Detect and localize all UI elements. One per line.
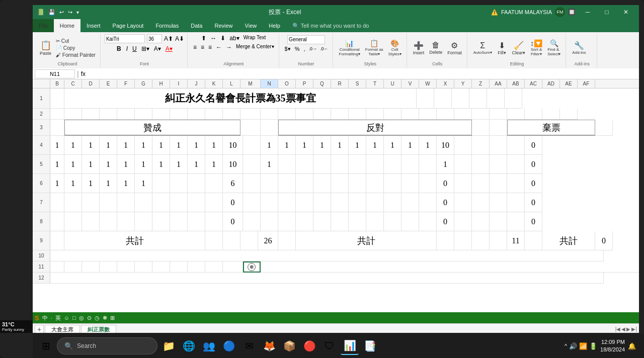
cell-h5[interactable]: 1: [152, 155, 170, 174]
cell-n8[interactable]: [243, 212, 261, 231]
cell-aa2[interactable]: [490, 109, 507, 120]
cell-o7[interactable]: [261, 193, 278, 212]
sogou-btn-en[interactable]: 英: [55, 314, 61, 322]
quick-access-undo[interactable]: ↩: [59, 9, 64, 16]
currency-button[interactable]: $▾: [283, 45, 292, 53]
cell-m9-26[interactable]: 26: [258, 231, 278, 250]
cell-m7-0[interactable]: 0: [223, 193, 243, 212]
tray-battery[interactable]: 🔋: [589, 342, 597, 350]
cell-r6[interactable]: [313, 174, 331, 193]
minimize-button[interactable]: ─: [579, 5, 597, 19]
tab-home[interactable]: Home: [54, 19, 80, 32]
taskbar-edge2[interactable]: 🦊: [260, 337, 278, 355]
cell-u9[interactable]: [472, 231, 490, 250]
cell-t7[interactable]: [349, 193, 366, 212]
cell-aa7[interactable]: [472, 193, 490, 212]
cell-x5[interactable]: [419, 155, 437, 174]
cell-ad2[interactable]: [542, 109, 560, 120]
cell-d11[interactable]: [82, 261, 100, 273]
cell-b9[interactable]: [50, 231, 64, 250]
row10-empty[interactable]: [50, 250, 604, 261]
cell-y9-11[interactable]: 11: [507, 231, 525, 250]
cell-n9[interactable]: [278, 231, 296, 250]
cell-r4-1[interactable]: 1: [313, 136, 331, 155]
cell-f6[interactable]: 1: [117, 174, 135, 193]
cell-l2[interactable]: [223, 109, 240, 120]
cell-o4-1[interactable]: 1: [261, 136, 278, 155]
cell-e4-1[interactable]: 1: [100, 136, 117, 155]
cell-g8[interactable]: [135, 212, 152, 231]
cell-i2[interactable]: [170, 109, 188, 120]
tray-expand[interactable]: ^: [565, 343, 567, 349]
decrease-indent[interactable]: ←: [214, 43, 223, 51]
copy-button[interactable]: 📄 Copy: [54, 45, 97, 51]
align-center[interactable]: ≡: [199, 43, 206, 51]
merge-center-button[interactable]: Merge & Center▾: [234, 43, 276, 51]
cell-ac4[interactable]: [507, 136, 525, 155]
cell-z5[interactable]: [454, 155, 472, 174]
cell-h7[interactable]: [152, 193, 170, 212]
cell-i9[interactable]: [205, 231, 223, 250]
cell-y2[interactable]: [454, 109, 472, 120]
cell-r2[interactable]: [331, 109, 349, 120]
search-bar[interactable]: 🔍 Search: [57, 337, 157, 354]
cell-ad9-0[interactable]: 0: [595, 231, 613, 250]
cell-d4-1[interactable]: 1: [82, 136, 100, 155]
cell-z3[interactable]: [490, 120, 507, 136]
cell-ac6[interactable]: [507, 174, 525, 193]
cell-f8[interactable]: [117, 212, 135, 231]
tab-page-layout[interactable]: Page Layout: [107, 19, 150, 32]
cell-m4-10[interactable]: 10: [223, 136, 243, 155]
cell-b1[interactable]: [50, 88, 64, 109]
cell-p6[interactable]: [278, 174, 296, 193]
cell-k7[interactable]: [205, 193, 223, 212]
notification-area[interactable]: 🔔: [628, 342, 636, 350]
cell-t2[interactable]: [366, 109, 384, 120]
cell-extend4[interactable]: [469, 88, 487, 109]
cell-q2[interactable]: [313, 109, 331, 120]
delete-button[interactable]: 🗑 Delete: [427, 36, 444, 60]
cell-u2[interactable]: [384, 109, 401, 120]
cell-d5[interactable]: 1: [82, 155, 100, 174]
tab-file[interactable]: File: [33, 19, 54, 32]
cell-extend5[interactable]: [487, 88, 505, 109]
cell-n5[interactable]: [243, 155, 261, 174]
cell-s2[interactable]: [349, 109, 366, 120]
taskbar-teams[interactable]: 👥: [200, 337, 218, 355]
cell-w5[interactable]: [401, 155, 419, 174]
cell-y7-0[interactable]: 0: [437, 193, 454, 212]
row11-rest[interactable]: [261, 261, 639, 273]
cell-c6[interactable]: 1: [64, 174, 82, 193]
cell-t4-1[interactable]: 1: [349, 136, 366, 155]
cell-ad6-0[interactable]: 0: [525, 174, 542, 193]
cell-i8[interactable]: [170, 212, 188, 231]
cell-v5[interactable]: [384, 155, 401, 174]
cell-j5[interactable]: 1: [188, 155, 205, 174]
tab-help[interactable]: Help: [263, 19, 286, 32]
cell-e8[interactable]: [100, 212, 117, 231]
cell-q6[interactable]: [296, 174, 313, 193]
sheet-nav-last[interactable]: ▶|: [631, 326, 637, 332]
sort-filter-button[interactable]: ↕🔽 Sort &Filter▾: [528, 36, 544, 60]
cell-v8[interactable]: [384, 212, 401, 231]
cell-i5[interactable]: 1: [170, 155, 188, 174]
paste-button[interactable]: 📋 Paste: [38, 36, 53, 60]
cell-z9[interactable]: [525, 231, 542, 250]
cell-s9[interactable]: [437, 231, 454, 250]
cell-g2[interactable]: [135, 109, 152, 120]
sheet-tab-2-active[interactable]: 糾正票數: [81, 325, 116, 333]
cell-o8[interactable]: [261, 212, 278, 231]
cell-y4-10[interactable]: 10: [437, 136, 454, 155]
formula-input[interactable]: [88, 69, 637, 78]
cell-extend3[interactable]: [452, 88, 469, 109]
cell-e6[interactable]: 1: [100, 174, 117, 193]
cell-q8[interactable]: [296, 212, 313, 231]
cell-b2[interactable]: [50, 109, 64, 120]
cell-j4-1[interactable]: 1: [188, 136, 205, 155]
cell-k8[interactable]: [205, 212, 223, 231]
sheet-nav-prev[interactable]: ◀: [621, 326, 625, 332]
cell-j6[interactable]: [188, 174, 205, 193]
cell-d7[interactable]: [82, 193, 100, 212]
row12-empty[interactable]: [50, 273, 604, 284]
sheet-tab-1[interactable]: 大會主席: [45, 325, 80, 333]
